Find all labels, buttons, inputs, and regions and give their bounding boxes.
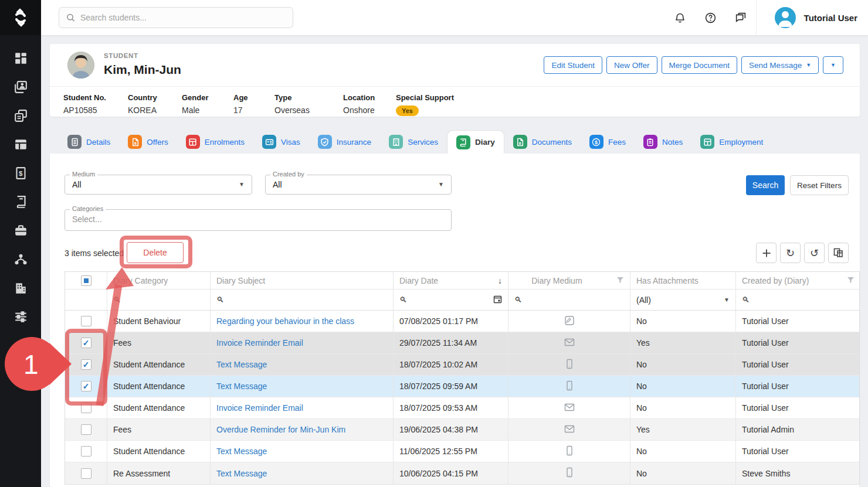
sort-desc-icon: ↓ xyxy=(498,276,502,285)
search-input[interactable] xyxy=(80,13,286,22)
table-row[interactable]: ✓Student AttendanceText Message11/06/202… xyxy=(65,441,859,462)
column-header-diary-subject[interactable]: Diary Subject xyxy=(211,272,394,289)
cell-diary-category: Student Attendance xyxy=(107,397,211,418)
sidebar-layout-icon[interactable] xyxy=(11,138,30,151)
tab-enrolments[interactable]: Enrolments xyxy=(177,130,253,154)
sidebar-dashboard-icon[interactable] xyxy=(11,52,30,64)
student-header-card: STUDENT Kim, Min-Jun Edit Student New Of… xyxy=(50,44,860,117)
diary-subject-link[interactable]: Text Message xyxy=(216,360,267,369)
tab-visas[interactable]: Visas xyxy=(253,130,309,154)
merge-document-button[interactable]: Merge Document xyxy=(662,56,738,74)
row-checkbox[interactable]: ✓ xyxy=(81,359,91,370)
created-by-filter-select[interactable]: Created by All ▼ xyxy=(265,175,452,195)
sidebar-briefcase-icon[interactable] xyxy=(11,224,30,237)
sidebar-students-icon[interactable] xyxy=(11,80,30,93)
bell-icon[interactable] xyxy=(673,11,687,25)
medium-filter-select[interactable]: Medium All ▼ xyxy=(65,175,252,195)
diary-subject-link[interactable]: Text Message xyxy=(216,382,267,391)
filter-diary-subject[interactable]: 🔍︎ xyxy=(211,290,394,310)
table-row[interactable]: ✓Student BehaviourRegarding your behavio… xyxy=(65,311,859,332)
filter-has-attachments[interactable]: (All)▼ xyxy=(630,290,736,310)
diary-subject-link[interactable]: Regarding your behaviour in the class xyxy=(216,316,354,326)
chevron-down-icon: ▼ xyxy=(830,63,836,68)
row-checkbox[interactable]: ✓ xyxy=(81,446,91,457)
tab-services[interactable]: Services xyxy=(380,130,447,154)
table-row[interactable]: ✓FeesInvoice Reminder Email29/07/2025 11… xyxy=(65,332,859,354)
diary-subject-link[interactable]: Overdue Reminder for Min-Jun Kim xyxy=(216,425,345,434)
tab-details[interactable]: Details xyxy=(59,130,119,154)
sidebar-book-icon[interactable] xyxy=(11,195,30,208)
refresh-icon[interactable]: ↻ xyxy=(780,243,801,263)
diary-subject-link[interactable]: Text Message xyxy=(216,469,267,478)
categories-filter-select[interactable]: Categories Select... xyxy=(65,209,452,231)
row-checkbox[interactable]: ✓ xyxy=(81,381,91,391)
select-all-checkbox[interactable] xyxy=(81,275,91,286)
delete-button[interactable]: Delete xyxy=(127,242,184,263)
new-offer-button[interactable]: New Offer xyxy=(606,56,657,74)
details-tab-icon xyxy=(67,135,82,149)
chat-icon[interactable] xyxy=(734,11,748,25)
tab-diary[interactable]: Diary xyxy=(447,130,504,154)
column-header-has-attachments[interactable]: Has Attachments xyxy=(630,272,736,289)
column-header-diary-date[interactable]: Diary Date↓ xyxy=(394,272,508,289)
table-row[interactable]: ✓Student AttendanceText Message18/07/202… xyxy=(65,354,859,376)
app-logo-icon[interactable] xyxy=(0,0,41,35)
student-search-box[interactable] xyxy=(59,7,293,28)
diary-subject-link[interactable]: Text Message xyxy=(216,447,267,456)
diary-subject-link[interactable]: Invoice Reminder Email xyxy=(216,403,303,413)
table-row[interactable]: ✓Re AssessmentText Message10/06/2025 04:… xyxy=(65,462,859,484)
tab-label: Employment xyxy=(719,138,763,147)
cell-diary-category: Student Attendance xyxy=(107,354,211,375)
revert-icon[interactable]: ↺ xyxy=(804,243,825,263)
column-chooser-icon[interactable] xyxy=(828,243,849,263)
special-support-badge: Yes xyxy=(396,105,419,116)
row-checkbox[interactable]: ✓ xyxy=(81,338,91,348)
search-button[interactable]: Search xyxy=(746,175,785,195)
row-checkbox[interactable]: ✓ xyxy=(81,424,91,435)
field-label: Age xyxy=(233,93,274,102)
table-row[interactable]: ✓FeesOverdue Reminder for Min-Jun Kim19/… xyxy=(65,419,859,441)
row-checkbox[interactable]: ✓ xyxy=(81,403,91,413)
tab-insurance[interactable]: Insurance xyxy=(309,130,380,154)
edit-student-button[interactable]: Edit Student xyxy=(544,56,602,74)
sidebar-network-icon[interactable] xyxy=(11,253,30,265)
diary-subject-link[interactable]: Invoice Reminder Email xyxy=(216,338,303,348)
sidebar-building-icon[interactable] xyxy=(11,281,30,294)
calendar-icon[interactable] xyxy=(493,295,502,305)
field-value: Onshore xyxy=(343,105,396,115)
reset-filters-button[interactable]: Reset Filters xyxy=(790,175,849,195)
cell-created-by: Tutorial User xyxy=(736,397,860,418)
filter-diary-date[interactable]: 🔍︎ xyxy=(394,290,508,310)
table-row[interactable]: ✓Student AttendanceInvoice Reminder Emai… xyxy=(65,397,859,419)
cell-diary-medium xyxy=(508,376,630,397)
filter-diary-medium[interactable]: 🔍︎ xyxy=(508,290,630,310)
tab-offers[interactable]: Offers xyxy=(119,130,177,154)
column-header-diary-medium[interactable]: Diary Medium xyxy=(508,272,630,289)
column-header-created-by[interactable]: Created by (Diary) xyxy=(736,272,860,289)
search-icon: 🔍︎ xyxy=(399,295,407,304)
table-row[interactable]: ✓Student AttendanceText Message18/07/202… xyxy=(65,376,859,397)
row-checkbox[interactable]: ✓ xyxy=(81,316,91,326)
phone-icon xyxy=(564,380,575,393)
user-menu[interactable]: Tutorial User xyxy=(775,0,857,35)
tab-documents[interactable]: Documents xyxy=(504,130,581,154)
tab-notes[interactable]: Notes xyxy=(635,130,691,154)
tab-fees[interactable]: $Fees xyxy=(581,130,635,154)
send-message-button[interactable]: Send Message▼ xyxy=(741,56,819,74)
employment-tab-icon xyxy=(700,135,714,149)
filter-created-by[interactable]: 🔍︎ xyxy=(736,290,860,310)
tab-label: Insurance xyxy=(337,138,371,147)
add-row-icon[interactable] xyxy=(756,243,777,263)
sidebar-settings-sliders-icon[interactable] xyxy=(11,310,30,323)
help-icon[interactable] xyxy=(703,11,717,25)
row-checkbox[interactable]: ✓ xyxy=(81,468,91,479)
filter-diary-category[interactable]: 🔍︎ xyxy=(107,290,211,310)
column-header-diary-category[interactable]: Diary Category xyxy=(107,272,211,289)
sidebar-invoice-icon[interactable]: $ xyxy=(11,166,30,179)
filter-funnel-icon[interactable] xyxy=(847,276,855,285)
cell-created-by: Tutorial User xyxy=(736,332,860,353)
filter-funnel-icon[interactable] xyxy=(616,276,624,285)
tab-employment[interactable]: Employment xyxy=(691,130,772,154)
more-actions-button[interactable]: ▼ xyxy=(823,56,843,74)
sidebar-pages-icon[interactable] xyxy=(11,109,30,122)
